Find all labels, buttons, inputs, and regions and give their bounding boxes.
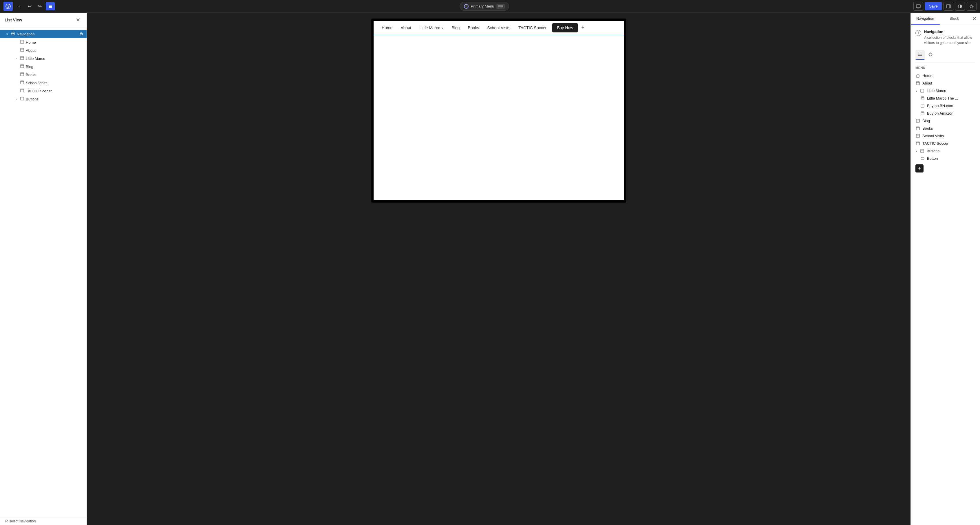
panel-header: List View ✕	[0, 13, 87, 27]
canvas-frame: Home About Little Marco Blog Books Schoo…	[371, 19, 626, 203]
close-left-panel-button[interactable]: ✕	[74, 16, 82, 24]
add-block-button[interactable]: ＋	[14, 2, 24, 11]
little-marco-the-icon	[920, 96, 925, 100]
menu-item-buttons-parent[interactable]: ∨ Buttons	[915, 147, 975, 155]
tree-item-home-label: Home	[26, 40, 36, 44]
nav-home[interactable]: Home	[378, 23, 396, 32]
tab-block[interactable]: Block	[940, 13, 969, 25]
buy-on-bn-icon	[920, 103, 925, 108]
menu-item-little-marco-the-label: Little Marco The ...	[927, 96, 958, 100]
redo-button[interactable]: ↪	[36, 2, 44, 11]
tree-item-little-marco[interactable]: › Little Marco	[0, 54, 87, 62]
nav-about[interactable]: About	[397, 23, 415, 32]
close-right-panel-button[interactable]: ✕	[969, 13, 980, 24]
wordpress-logo[interactable]	[3, 2, 13, 11]
left-panel: List View ✕ ∨ Navigation	[0, 13, 87, 525]
tree-item-home[interactable]: Home	[0, 38, 87, 46]
tree-item-buttons[interactable]: › Buttons	[0, 95, 87, 103]
svg-rect-50	[916, 142, 920, 145]
svg-rect-44	[916, 119, 920, 122]
nav-tactic-soccer[interactable]: TACTIC Soccer	[515, 23, 550, 32]
tree-item-about[interactable]: About	[0, 46, 87, 54]
bottom-bar-text: To select Navigation	[5, 519, 36, 523]
contrast-button[interactable]	[955, 2, 965, 11]
tree-item-blog[interactable]: Blog	[0, 62, 87, 71]
svg-rect-40	[921, 104, 924, 107]
menu-item-home[interactable]: Home	[915, 72, 975, 79]
menu-item-little-marco-parent[interactable]: ∨ Little Marco	[915, 87, 975, 94]
button-menu-icon	[920, 156, 925, 161]
right-panel: Navigation Block ✕ i Navigation A collec…	[910, 13, 980, 525]
svg-rect-46	[916, 127, 920, 130]
right-panel-content: i Navigation A collection of blocks that…	[911, 25, 980, 525]
add-menu-item-button[interactable]: +	[915, 164, 924, 173]
menu-item-buttons-label: Buttons	[927, 149, 939, 153]
tree-item-navigation[interactable]: ∨ Navigation	[0, 30, 87, 38]
desktop-view-button[interactable]	[913, 2, 923, 11]
svg-rect-18	[21, 56, 24, 60]
settings-button[interactable]	[967, 2, 977, 11]
tree-item-about-label: About	[26, 48, 36, 53]
nav-school-visits[interactable]: School Visits	[484, 23, 514, 32]
canvas-inner[interactable]: Home About Little Marco Blog Books Schoo…	[374, 21, 624, 200]
home-menu-icon	[915, 73, 920, 78]
primary-menu-shortcut: ⌘K	[496, 4, 504, 9]
list-view-button[interactable]	[46, 2, 55, 10]
menu-item-button[interactable]: Button	[915, 155, 975, 162]
menu-item-blog[interactable]: Blog	[915, 117, 975, 124]
nav-blog[interactable]: Blog	[448, 23, 463, 32]
menu-item-school-visits[interactable]: School Visits	[915, 132, 975, 140]
navigation-info-text-block: Navigation A collection of blocks that a…	[924, 30, 975, 46]
save-button[interactable]: Save	[925, 2, 942, 10]
menu-item-school-visits-label: School Visits	[923, 134, 944, 138]
school-visits-icon	[20, 81, 24, 85]
menu-item-buy-on-bn[interactable]: Buy on BN.com	[915, 102, 975, 109]
tree-item-tactic-soccer[interactable]: TACTIC Soccer	[0, 87, 87, 95]
nav-books[interactable]: Books	[464, 23, 482, 32]
svg-rect-13	[80, 33, 83, 35]
sidebar-toggle-button[interactable]	[943, 2, 953, 11]
svg-rect-14	[21, 40, 24, 43]
primary-menu-icon	[464, 4, 469, 9]
svg-rect-20	[21, 65, 24, 68]
tree-list: ∨ Navigation	[0, 27, 87, 517]
nav-buy-now[interactable]: Buy Now	[552, 23, 578, 32]
svg-point-10	[971, 5, 972, 7]
site-navigation: Home About Little Marco Blog Books Schoo…	[374, 21, 624, 35]
tactic-soccer-menu-icon	[915, 141, 920, 146]
menu-item-buy-on-amazon[interactable]: Buy on Amazon	[915, 109, 975, 117]
tree-item-books-label: Books	[26, 73, 36, 77]
tree-item-books[interactable]: Books	[0, 71, 87, 79]
list-settings-tab[interactable]	[915, 50, 925, 60]
menu-item-tactic-soccer[interactable]: TACTIC Soccer	[915, 140, 975, 147]
tab-navigation[interactable]: Navigation	[911, 13, 940, 25]
menu-item-books[interactable]: Books	[915, 124, 975, 132]
no-expand	[14, 48, 19, 53]
primary-menu-label: Primary Menu	[471, 4, 494, 8]
blog-menu-icon	[915, 118, 920, 123]
undo-button[interactable]: ↩	[25, 2, 34, 11]
navigation-info-title: Navigation	[924, 30, 975, 34]
tree-item-school-visits[interactable]: School Visits	[0, 79, 87, 87]
buttons-chevron: ∨	[915, 149, 918, 152]
menu-item-button-label: Button	[927, 156, 938, 161]
expand-little-marco[interactable]: ›	[14, 56, 19, 61]
menu-item-blog-label: Blog	[923, 119, 930, 123]
nav-little-marco[interactable]: Little Marco	[416, 23, 447, 32]
menu-item-little-marco-label: Little Marco	[927, 89, 946, 93]
svg-rect-16	[21, 48, 24, 52]
svg-rect-54	[921, 157, 924, 159]
gear-settings-tab[interactable]	[926, 50, 935, 60]
primary-menu-button[interactable]: Primary Menu ⌘K	[460, 2, 509, 11]
toolbar-right: Save	[913, 2, 977, 11]
tree-item-blog-label: Blog	[26, 65, 33, 69]
menu-item-about[interactable]: About	[915, 79, 975, 87]
expand-buttons[interactable]: ›	[14, 97, 19, 101]
svg-rect-42	[921, 112, 924, 115]
svg-rect-7	[947, 5, 950, 8]
svg-rect-34	[916, 82, 920, 85]
tree-item-tactic-soccer-label: TACTIC Soccer	[26, 89, 52, 93]
navigation-info-icon: i	[915, 30, 921, 36]
nav-add-item[interactable]: +	[579, 24, 587, 32]
menu-item-little-marco-the[interactable]: Little Marco The ...	[915, 94, 975, 102]
